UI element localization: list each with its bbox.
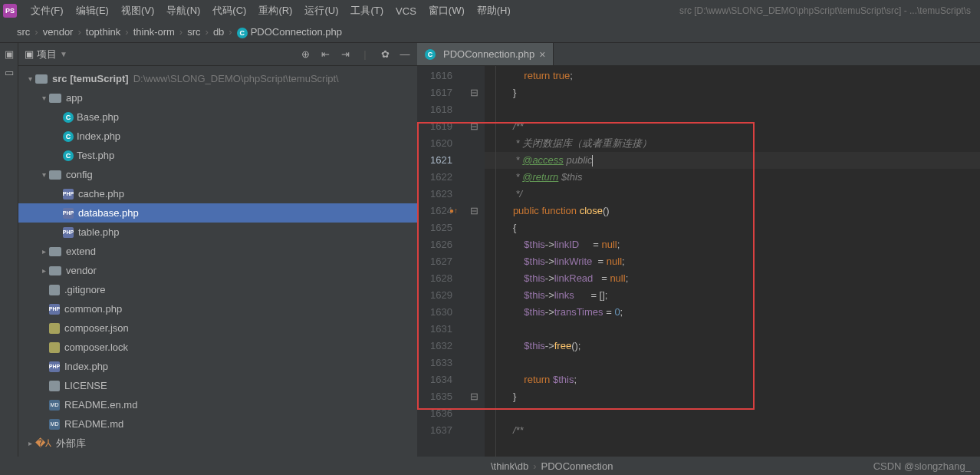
code-body[interactable]: return true; } /** * 关闭数据库（或者重新连接） * @ac… <box>485 66 980 457</box>
tree-config[interactable]: ▾config <box>18 165 417 184</box>
tree-readme-en[interactable]: MDREADME.en.md <box>18 395 417 414</box>
menu-help[interactable]: 帮助(H) <box>471 4 517 18</box>
project-path: src [D:\www\SLONG_DEMO\phpScript\temuScr… <box>679 5 977 16</box>
bottom-breadcrumb: \think\db › PDOConnection <box>0 457 980 475</box>
menu-run[interactable]: 运行(U) <box>298 4 344 18</box>
tree-base[interactable]: CBase.php <box>18 107 417 127</box>
menu-vcs[interactable]: VCS <box>390 5 423 17</box>
tree-root[interactable]: ▾src [temuScript]D:\www\SLONG_DEMO\phpSc… <box>18 69 417 88</box>
breadcrumb: src› vendor› topthink› think-orm› src› d… <box>0 21 980 43</box>
tree-license[interactable]: LICENSE <box>18 376 417 395</box>
tree-composer-lock[interactable]: composer.lock <box>18 338 417 357</box>
close-icon[interactable]: × <box>539 48 545 61</box>
tree-external[interactable]: ▸�⅄外部库 <box>18 434 417 453</box>
tree-table[interactable]: PHPtable.php <box>18 223 417 242</box>
hide-icon[interactable]: — <box>399 48 411 60</box>
tree-common[interactable]: PHPcommon.php <box>18 299 417 318</box>
fold-gutter: ⊟ ⊟ ●↑⊟ ⊟ <box>463 66 485 457</box>
bc-thinkorm[interactable]: think-orm <box>130 26 178 38</box>
tree-scratch[interactable]: ▸草稿文件和控制台 <box>18 453 417 457</box>
project-sidebar: ▣ 项目 ▼ ⊕ ⇤ ⇥ | ✿ — ▾src [temuScript]D:\w… <box>18 43 417 457</box>
project-tool-icon: ▣ <box>25 48 34 60</box>
bc-topthink[interactable]: topthink <box>83 26 124 38</box>
menu-tools[interactable]: 工具(T) <box>344 4 390 18</box>
tree-vendor[interactable]: ▸vendor <box>18 261 417 280</box>
sidebar-title: 项目 <box>37 48 57 61</box>
menu-window[interactable]: 窗口(W) <box>423 4 471 18</box>
gear-icon[interactable]: ✿ <box>379 48 391 60</box>
tree-extend[interactable]: ▸extend <box>18 242 417 261</box>
menu-code[interactable]: 代码(C) <box>206 4 252 18</box>
project-tree[interactable]: ▾src [temuScript]D:\www\SLONG_DEMO\phpSc… <box>18 66 417 457</box>
left-rail: ▣ ▭ <box>0 43 18 457</box>
menu-file[interactable]: 文件(F) <box>25 4 70 18</box>
rail-project-icon[interactable]: ▣ <box>3 48 15 60</box>
bc-class[interactable]: PDOConnection <box>541 460 613 472</box>
menu-view[interactable]: 视图(V) <box>115 4 160 18</box>
tab-label: PDOConnection.php <box>443 48 534 60</box>
editor: C PDOConnection.php × 161616171618161916… <box>417 43 980 457</box>
sidebar-header: ▣ 项目 ▼ ⊕ ⇤ ⇥ | ✿ — <box>18 43 417 66</box>
menu-navigate[interactable]: 导航(N) <box>160 4 206 18</box>
titlebar: PS 文件(F) 编辑(E) 视图(V) 导航(N) 代码(C) 重构(R) 运… <box>0 0 980 21</box>
menu-refactor[interactable]: 重构(R) <box>252 4 298 18</box>
tree-readme[interactable]: MDREADME.md <box>18 414 417 434</box>
tree-cache[interactable]: PHPcache.php <box>18 184 417 203</box>
bc-db[interactable]: db <box>210 26 227 38</box>
app-icon: PS <box>3 4 17 18</box>
target-icon[interactable]: ⊕ <box>299 48 311 60</box>
tree-composer-json[interactable]: composer.json <box>18 318 417 338</box>
bc-namespace[interactable]: \think\db <box>491 460 528 472</box>
bc-vendor[interactable]: vendor <box>40 26 77 38</box>
divider-icon: | <box>359 48 371 60</box>
tree-indexphp[interactable]: PHPIndex.php <box>18 357 417 376</box>
editor-tabs: C PDOConnection.php × <box>417 43 980 66</box>
collapse-icon[interactable]: ⇤ <box>319 48 331 60</box>
dropdown-icon[interactable]: ▼ <box>60 50 67 58</box>
tree-gitignore[interactable]: .gitignore <box>18 280 417 299</box>
expand-icon[interactable]: ⇥ <box>339 48 351 60</box>
bc-file[interactable]: CPDOConnection.php <box>234 26 345 38</box>
rail-structure-icon[interactable]: ▭ <box>3 66 15 78</box>
tree-index[interactable]: CIndex.php <box>18 127 417 146</box>
tree-app[interactable]: ▾app <box>18 88 417 107</box>
class-icon: C <box>425 49 436 60</box>
line-gutter: 16161617161816191620 1621162216231624162… <box>417 66 463 457</box>
menu-edit[interactable]: 编辑(E) <box>70 4 115 18</box>
bc-src[interactable]: src <box>14 26 33 38</box>
code-area[interactable]: 16161617161816191620 1621162216231624162… <box>417 66 980 457</box>
tree-database[interactable]: PHPdatabase.php <box>18 203 417 223</box>
bc-src2[interactable]: src <box>184 26 203 38</box>
tab-pdoconnection[interactable]: C PDOConnection.php × <box>417 43 554 65</box>
tree-test[interactable]: CTest.php <box>18 146 417 165</box>
